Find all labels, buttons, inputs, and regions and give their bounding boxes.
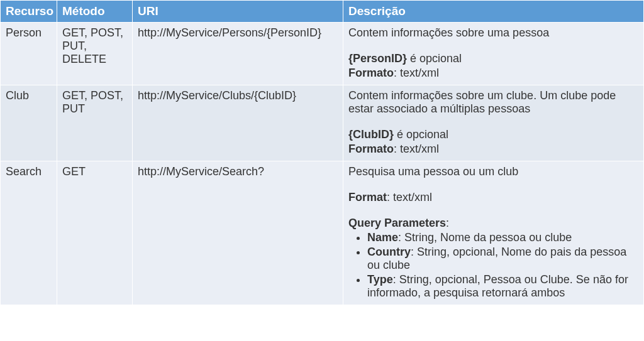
desc-format: Format: text/xml: [348, 191, 638, 204]
header-recurso: Recurso: [1, 1, 57, 23]
param-name: Name: [367, 231, 398, 244]
format-value: : text/xml: [394, 143, 439, 155]
param-suffix: é opcional: [394, 128, 448, 141]
desc-intro: Pesquisa uma pessoa ou um club: [348, 165, 638, 178]
param-name: {ClubID}: [348, 128, 394, 141]
cell-recurso: Club: [1, 85, 57, 161]
list-item: Country: String, opcional, Nome do pais …: [367, 246, 638, 272]
desc-intro: Contem informações sobre um clube. Um cl…: [348, 89, 638, 116]
format-label: Format: [348, 191, 387, 203]
desc-format: Formato: text/xml: [348, 143, 638, 156]
param-name: {PersonID}: [348, 52, 407, 65]
format-label: Formato: [348, 143, 394, 155]
format-value: : text/xml: [387, 191, 432, 203]
desc-intro: Contem informações sobre uma pessoa: [348, 26, 638, 40]
cell-uri: http://MyService/Clubs/{ClubID}: [133, 85, 343, 161]
param-name: Type: [367, 273, 393, 286]
cell-metodo: GET, POST, PUT, DELETE: [57, 23, 133, 85]
table-row: Person GET, POST, PUT, DELETE http://MyS…: [1, 23, 644, 85]
table-row: Club GET, POST, PUT http://MyService/Clu…: [1, 85, 644, 161]
param-suffix: é opcional: [407, 52, 462, 65]
cell-descricao: Contem informações sobre uma pessoa {Per…: [343, 23, 644, 85]
list-item: Type: String, opcional, Pessoa ou Clube.…: [367, 273, 638, 300]
table-row: Search GET http://MyService/Search? Pesq…: [1, 161, 644, 305]
cell-metodo: GET: [57, 161, 133, 305]
qp-label: Query Parameters: [348, 217, 446, 229]
format-label: Formato: [348, 67, 394, 79]
qp-colon: :: [446, 217, 449, 229]
list-item: Name: String, Nome da pessoa ou clube: [367, 231, 638, 244]
param-text: : String, Nome da pessoa ou clube: [398, 231, 572, 244]
cell-uri: http://MyService/Search?: [133, 161, 343, 305]
cell-uri: http://MyService/Persons/{PersonID}: [133, 23, 343, 85]
desc-format: Formato: text/xml: [348, 67, 638, 80]
header-metodo: Método: [57, 1, 133, 23]
api-table: Recurso Método URI Descrição Person GET,…: [0, 0, 644, 305]
query-params-list: Name: String, Nome da pessoa ou clube Co…: [348, 231, 638, 300]
table-header-row: Recurso Método URI Descrição: [1, 1, 644, 23]
cell-descricao: Pesquisa uma pessoa ou um club Format: t…: [343, 161, 644, 305]
cell-metodo: GET, POST, PUT: [57, 85, 133, 161]
param-name: Country: [367, 246, 411, 258]
desc-query-params-label: Query Parameters:: [348, 217, 638, 230]
desc-param: {ClubID} é opcional: [348, 128, 638, 141]
header-descricao: Descrição: [343, 1, 644, 23]
cell-recurso: Search: [1, 161, 57, 305]
format-value: : text/xml: [394, 67, 439, 79]
header-uri: URI: [133, 1, 343, 23]
param-text: : String, opcional, Pessoa ou Clube. Se …: [367, 273, 628, 299]
cell-recurso: Person: [1, 23, 57, 85]
cell-descricao: Contem informações sobre um clube. Um cl…: [343, 85, 644, 161]
desc-param: {PersonID} é opcional: [348, 52, 638, 65]
